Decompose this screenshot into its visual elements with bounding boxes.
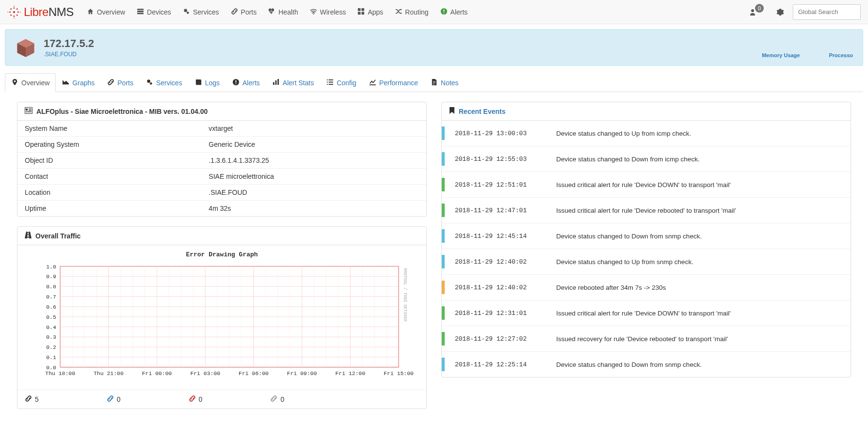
link-icon bbox=[25, 395, 32, 404]
tab-performance[interactable]: Performance bbox=[363, 73, 424, 92]
cogs-icon bbox=[146, 79, 153, 87]
tab-config[interactable]: Config bbox=[320, 73, 362, 92]
brand-logo[interactable]: LibreNMS bbox=[7, 5, 74, 19]
event-time: 2018-11-29 12:47:01 bbox=[452, 207, 549, 214]
recent-events-link[interactable]: Recent Events bbox=[459, 108, 505, 115]
nav-label: Devices bbox=[147, 8, 171, 16]
svg-text:Thu 18:00: Thu 18:00 bbox=[45, 370, 75, 377]
user-menu[interactable]: 0 bbox=[745, 8, 768, 16]
svg-rect-15 bbox=[137, 13, 144, 14]
nav-items: OverviewDevicesServicesPortsHealthWirele… bbox=[81, 0, 745, 24]
brand-text: LibreNMS bbox=[24, 5, 74, 19]
info-key: Operating System bbox=[17, 137, 201, 153]
svg-text:0.3: 0.3 bbox=[46, 334, 56, 340]
device-info-panel: ALFOplus - Siae Microelettronica - MIB v… bbox=[17, 102, 427, 217]
traffic-panel-heading: Overall Traffic bbox=[17, 227, 426, 245]
event-severity-bar bbox=[442, 204, 445, 217]
event-message: Issued recovery for rule 'Device reboote… bbox=[556, 335, 843, 343]
svg-rect-54 bbox=[28, 234, 29, 236]
tab-notes[interactable]: Notes bbox=[424, 73, 465, 92]
nav-alerts[interactable]: Alerts bbox=[434, 0, 474, 24]
port-count-value: 0 bbox=[280, 395, 284, 403]
port-count-blue[interactable]: 0 bbox=[107, 395, 121, 404]
tab-alerts[interactable]: Alerts bbox=[226, 73, 266, 92]
server-stack-icon bbox=[137, 8, 144, 16]
svg-text:Thu 21:00: Thu 21:00 bbox=[94, 370, 124, 377]
events-panel: Recent Events 2018-11-29 13:00:03Device … bbox=[441, 102, 851, 377]
port-count-black[interactable]: 5 bbox=[25, 395, 39, 404]
port-count-value: 0 bbox=[117, 395, 121, 403]
svg-text:0.4: 0.4 bbox=[46, 324, 56, 330]
tab-logs[interactable]: Logs bbox=[189, 73, 226, 92]
event-row: 2018-11-29 12:27:02Issued recovery for r… bbox=[442, 326, 851, 352]
svg-rect-14 bbox=[137, 11, 144, 12]
nav-wireless[interactable]: Wireless bbox=[304, 0, 352, 24]
event-time: 2018-11-29 12:55:03 bbox=[452, 156, 549, 163]
nav-services[interactable]: Services bbox=[177, 0, 225, 24]
port-count-grey[interactable]: 0 bbox=[270, 395, 284, 404]
wifi-icon bbox=[310, 8, 317, 16]
svg-text:0.8: 0.8 bbox=[46, 283, 56, 290]
svg-point-31 bbox=[150, 82, 152, 85]
event-time: 2018-11-29 12:40:02 bbox=[452, 284, 549, 291]
svg-rect-46 bbox=[433, 84, 435, 84]
link-icon bbox=[107, 395, 114, 404]
cogs-icon bbox=[183, 8, 190, 16]
event-time: 2018-11-29 12:27:02 bbox=[452, 335, 549, 343]
svg-point-5 bbox=[10, 8, 12, 10]
device-header-link[interactable]: Memory Usage bbox=[762, 52, 800, 58]
event-message: Device status changed to Down from snmp … bbox=[556, 233, 843, 240]
event-message: Device rebooted after 34m 7s -> 230s bbox=[556, 284, 843, 291]
global-search-input[interactable] bbox=[793, 4, 861, 20]
nav-label: Services bbox=[193, 8, 219, 16]
svg-text:Fri 00:00: Fri 00:00 bbox=[142, 370, 172, 377]
bar-chart-icon bbox=[273, 79, 280, 87]
svg-point-7 bbox=[10, 14, 12, 16]
svg-point-3 bbox=[9, 11, 11, 13]
info-value: vxtarget bbox=[201, 121, 426, 137]
tab-ports[interactable]: Ports bbox=[101, 73, 140, 92]
info-key: Uptime bbox=[17, 201, 201, 217]
events-panel-heading: Recent Events bbox=[442, 102, 851, 121]
svg-rect-21 bbox=[358, 12, 361, 15]
svg-point-11 bbox=[8, 12, 9, 13]
device-header-link[interactable]: Processo bbox=[829, 52, 853, 58]
info-key: Object ID bbox=[17, 153, 201, 169]
svg-point-29 bbox=[14, 80, 16, 82]
tab-services[interactable]: Services bbox=[140, 73, 189, 92]
nav-overview[interactable]: Overview bbox=[81, 0, 131, 24]
svg-point-2 bbox=[14, 16, 15, 17]
svg-point-18 bbox=[313, 14, 314, 15]
traffic-panel: Overall Traffic Error Drawing Graph 0.00… bbox=[17, 226, 427, 409]
tab-overview[interactable]: Overview bbox=[5, 73, 56, 92]
svg-rect-52 bbox=[26, 111, 32, 112]
svg-text:0.7: 0.7 bbox=[46, 294, 56, 300]
tab-label: Notes bbox=[441, 79, 459, 87]
nav-routing[interactable]: Routing bbox=[389, 0, 434, 24]
info-panel-heading: ALFOplus - Siae Microelettronica - MIB v… bbox=[17, 102, 426, 121]
port-count-red[interactable]: 0 bbox=[189, 395, 203, 404]
info-table: System NamevxtargetOperating SystemGener… bbox=[17, 121, 426, 216]
svg-rect-50 bbox=[29, 109, 32, 110]
nav-devices[interactable]: Devices bbox=[131, 0, 177, 24]
info-row: System Namevxtarget bbox=[17, 121, 426, 137]
svg-text:RRDTOOL / TOBI OETIKER: RRDTOOL / TOBI OETIKER bbox=[402, 268, 407, 322]
tab-alert-stats[interactable]: Alert Stats bbox=[266, 73, 321, 92]
nav-ports[interactable]: Ports bbox=[225, 0, 263, 24]
nav-health[interactable]: Health bbox=[262, 0, 304, 24]
link-icon bbox=[107, 79, 114, 87]
settings-menu[interactable] bbox=[772, 8, 788, 16]
traffic-graph: Error Drawing Graph 0.00.10.20.30.40.50.… bbox=[17, 245, 426, 390]
tab-graphs[interactable]: Graphs bbox=[56, 73, 101, 92]
nav-apps[interactable]: Apps bbox=[352, 0, 389, 24]
librenms-icon bbox=[7, 5, 21, 19]
nav-label: Ports bbox=[241, 8, 257, 16]
event-severity-bar bbox=[442, 178, 445, 191]
graph-title: Error Drawing Graph bbox=[23, 251, 420, 258]
svg-text:1.0: 1.0 bbox=[46, 264, 56, 270]
info-row: Operating SystemGeneric Device bbox=[17, 137, 426, 153]
event-row: 2018-11-29 12:25:14Device status changed… bbox=[442, 352, 851, 377]
tab-label: Overview bbox=[21, 79, 49, 87]
device-location-link[interactable]: .SIAE.FOUD bbox=[44, 51, 94, 58]
svg-point-1 bbox=[14, 7, 15, 9]
